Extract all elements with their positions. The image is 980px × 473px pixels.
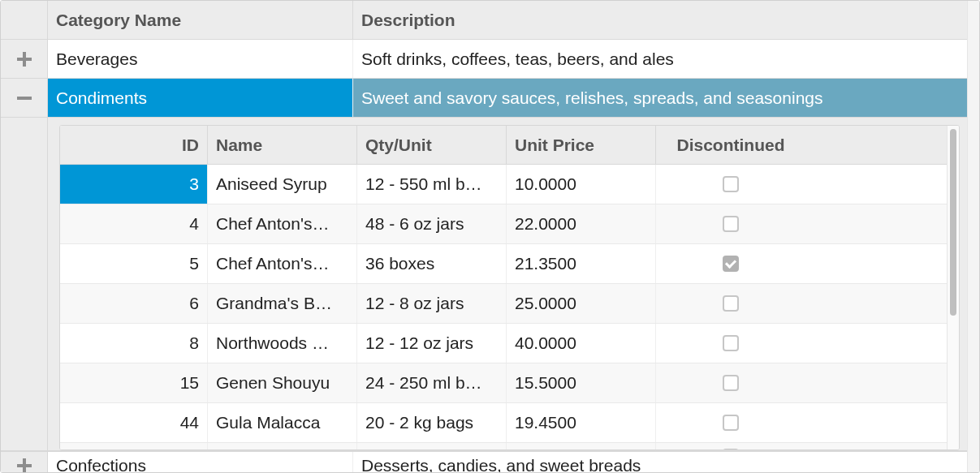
cell-description[interactable]: Soft drinks, coffees, teas, beers, and a… bbox=[353, 40, 967, 78]
detail-row[interactable]: 5Chef Anton's…36 boxes21.3500 bbox=[60, 244, 947, 284]
inner-scrollbar[interactable] bbox=[947, 126, 959, 449]
detail-row[interactable]: 15Genen Shouyu24 - 250 ml b…15.5000 bbox=[60, 363, 947, 403]
detail-cell-price[interactable]: 22.0000 bbox=[507, 204, 656, 243]
detail-cell-discontinued[interactable] bbox=[656, 403, 805, 442]
detail-header-discontinued[interactable]: Discontinued bbox=[656, 126, 805, 164]
discontinued-checkbox[interactable] bbox=[723, 375, 739, 391]
detail-cell-id[interactable]: 61 bbox=[60, 443, 208, 450]
detail-cell-price[interactable]: 15.5000 bbox=[507, 363, 656, 402]
discontinued-checkbox[interactable] bbox=[723, 415, 739, 431]
detail-cell-price[interactable]: 19.4500 bbox=[507, 403, 656, 442]
detail-cell-price[interactable]: 25.0000 bbox=[507, 284, 656, 323]
detail-cell-name[interactable]: Sirop d'érable bbox=[208, 443, 357, 450]
detail-cell-qty[interactable]: 24 - 500 ml b… bbox=[357, 443, 507, 450]
detail-cell-qty[interactable]: 24 - 250 ml b… bbox=[357, 363, 507, 402]
detail-row[interactable]: 44Gula Malacca20 - 2 kg bags19.4500 bbox=[60, 403, 947, 443]
detail-row[interactable]: 6Grandma's B…12 - 8 oz jars25.0000 bbox=[60, 284, 947, 324]
detail-row[interactable]: 61Sirop d'érable24 - 500 ml b…28.5000 bbox=[60, 443, 947, 450]
cell-category-name[interactable]: Beverages bbox=[48, 40, 353, 78]
detail-header-qty[interactable]: Qty/Unit bbox=[357, 126, 507, 164]
detail-header-row: ID Name Qty/Unit Unit Price Discontinued bbox=[60, 126, 947, 165]
detail-row[interactable]: 4Chef Anton's…48 - 6 oz jars22.0000 bbox=[60, 204, 947, 244]
outer-row[interactable]: Confections Desserts, candies, and sweet… bbox=[1, 451, 967, 473]
detail-row[interactable]: 8Northwoods …12 - 12 oz jars40.0000 bbox=[60, 324, 947, 363]
detail-cell-name[interactable]: Grandma's B… bbox=[208, 284, 357, 323]
detail-cell-name[interactable]: Chef Anton's… bbox=[208, 244, 357, 283]
detail-cell-qty[interactable]: 12 - 8 oz jars bbox=[357, 284, 507, 323]
detail-cell-id[interactable]: 6 bbox=[60, 284, 208, 323]
discontinued-checkbox[interactable] bbox=[723, 295, 739, 312]
detail-grid: ID Name Qty/Unit Unit Price Discontinued… bbox=[59, 125, 960, 450]
detail-cell-price[interactable]: 40.0000 bbox=[507, 324, 656, 363]
master-detail-grid: Category Name Description Beverages Soft… bbox=[0, 0, 980, 473]
detail-cell-price[interactable]: 28.5000 bbox=[507, 443, 656, 450]
detail-cell-discontinued[interactable] bbox=[656, 244, 805, 283]
detail-cell-discontinued[interactable] bbox=[656, 165, 805, 204]
discontinued-checkbox[interactable] bbox=[723, 335, 739, 351]
detail-cell-qty[interactable]: 20 - 2 kg bags bbox=[357, 403, 507, 442]
detail-cell-discontinued[interactable] bbox=[656, 443, 805, 450]
detail-cell-price[interactable]: 21.3500 bbox=[507, 244, 656, 283]
outer-row[interactable]: Beverages Soft drinks, coffees, teas, be… bbox=[1, 40, 967, 79]
outer-header-expander-spacer bbox=[1, 1, 48, 39]
outer-row[interactable]: Condiments Sweet and savory sauces, reli… bbox=[1, 79, 967, 118]
detail-cell-price[interactable]: 10.0000 bbox=[507, 165, 656, 204]
cell-description[interactable]: Sweet and savory sauces, relishes, sprea… bbox=[353, 79, 967, 117]
detail-cell-qty[interactable]: 48 - 6 oz jars bbox=[357, 204, 507, 243]
discontinued-checkbox[interactable] bbox=[723, 216, 739, 232]
detail-cell-discontinued[interactable] bbox=[656, 204, 805, 243]
discontinued-checkbox[interactable] bbox=[723, 176, 739, 192]
detail-cell-discontinued[interactable] bbox=[656, 284, 805, 323]
detail-cell-name[interactable]: Gula Malacca bbox=[208, 403, 357, 442]
inner-scrollbar-thumb[interactable] bbox=[950, 129, 956, 316]
collapse-button[interactable] bbox=[1, 79, 48, 117]
detail-cell-id[interactable]: 3 bbox=[60, 165, 208, 204]
detail-panel: ID Name Qty/Unit Unit Price Discontinued… bbox=[1, 118, 967, 451]
detail-header-name[interactable]: Name bbox=[208, 126, 357, 164]
discontinued-checkbox[interactable] bbox=[723, 256, 739, 272]
detail-header-price[interactable]: Unit Price bbox=[507, 126, 656, 164]
plus-icon bbox=[17, 458, 32, 473]
detail-cell-id[interactable]: 8 bbox=[60, 324, 208, 363]
discontinued-checkbox[interactable] bbox=[723, 449, 739, 451]
detail-cell-name[interactable]: Genen Shouyu bbox=[208, 363, 357, 402]
detail-header-id[interactable]: ID bbox=[60, 126, 208, 164]
outer-scrollbar[interactable] bbox=[967, 1, 979, 472]
header-category-name[interactable]: Category Name bbox=[48, 1, 353, 39]
plus-icon bbox=[17, 52, 32, 67]
detail-cell-qty[interactable]: 12 - 550 ml b… bbox=[357, 165, 507, 204]
detail-cell-qty[interactable]: 12 - 12 oz jars bbox=[357, 324, 507, 363]
detail-cell-name[interactable]: Aniseed Syrup bbox=[208, 165, 357, 204]
cell-description[interactable]: Desserts, candies, and sweet breads bbox=[353, 452, 967, 473]
minus-icon bbox=[17, 91, 32, 105]
detail-cell-id[interactable]: 5 bbox=[60, 244, 208, 283]
detail-cell-id[interactable]: 15 bbox=[60, 363, 208, 402]
detail-cell-name[interactable]: Chef Anton's… bbox=[208, 204, 357, 243]
detail-cell-qty[interactable]: 36 boxes bbox=[357, 244, 507, 283]
outer-header-row: Category Name Description bbox=[1, 1, 967, 40]
detail-cell-discontinued[interactable] bbox=[656, 324, 805, 363]
detail-cell-id[interactable]: 4 bbox=[60, 204, 208, 243]
detail-cell-id[interactable]: 44 bbox=[60, 403, 208, 442]
detail-side-gutter bbox=[1, 118, 48, 450]
detail-row[interactable]: 3Aniseed Syrup12 - 550 ml b…10.0000 bbox=[60, 165, 947, 204]
detail-cell-discontinued[interactable] bbox=[656, 363, 805, 402]
detail-cell-name[interactable]: Northwoods … bbox=[208, 324, 357, 363]
expand-button[interactable] bbox=[1, 452, 48, 473]
cell-category-name[interactable]: Confections bbox=[48, 452, 353, 473]
expand-button[interactable] bbox=[1, 40, 48, 78]
cell-category-name[interactable]: Condiments bbox=[48, 79, 353, 117]
header-description[interactable]: Description bbox=[353, 1, 967, 39]
